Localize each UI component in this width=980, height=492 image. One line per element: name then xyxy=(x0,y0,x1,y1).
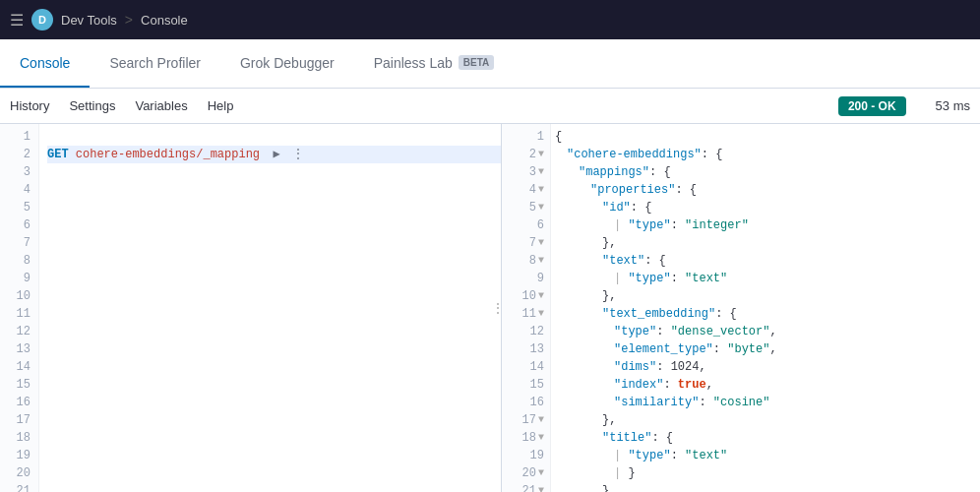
resp-line-num-20[interactable]: 20▼ xyxy=(502,464,550,482)
panel-resizer[interactable]: ⋮ xyxy=(495,124,501,492)
resp-line-2: "cohere-embeddings": { xyxy=(555,146,980,163)
resp-line-num-18[interactable]: 18▼ xyxy=(502,429,550,447)
resp-line-num-16: 16 xyxy=(502,394,550,411)
resp-line-num-13: 13 xyxy=(502,340,550,358)
resp-line-num-11[interactable]: 11▼ xyxy=(502,305,550,323)
editor-line-4 xyxy=(47,181,501,199)
resp-line-num-8[interactable]: 8▼ xyxy=(502,252,550,270)
line-num-8: 8 xyxy=(0,252,38,270)
resp-line-20: | } xyxy=(555,464,980,482)
line-num-14: 14 xyxy=(0,358,38,376)
line-num-18: 18 xyxy=(0,429,38,447)
response-lines: 1 2▼ 3▼ 4▼ 5▼ 6 7▼ 8▼ 9 10▼ 11▼ 12 13 14… xyxy=(502,124,980,492)
editor-line-3 xyxy=(47,163,501,181)
resp-line-12: "type": "dense_vector", xyxy=(555,323,980,340)
resp-line-5: "id": { xyxy=(555,199,980,216)
resp-line-15: "index": true, xyxy=(555,376,980,394)
editor-line-16 xyxy=(47,394,501,411)
resp-line-num-4[interactable]: 4▼ xyxy=(502,181,550,199)
help-button[interactable]: Help xyxy=(208,98,234,113)
app-label: Dev Tools xyxy=(61,13,117,28)
resp-line-num-14: 14 xyxy=(502,358,550,376)
history-button[interactable]: History xyxy=(10,98,49,113)
resp-line-18: "title": { xyxy=(555,429,980,447)
beta-badge: BETA xyxy=(459,55,494,70)
tab-search-profiler[interactable]: Search Profiler xyxy=(90,39,220,88)
settings-button[interactable]: Settings xyxy=(69,98,115,113)
line-num-12: 12 xyxy=(0,323,38,340)
editor-panel: 1 2 3 4 5 6 7 8 9 10 11 12 13 14 15 16 1… xyxy=(0,124,502,492)
breadcrumb-separator: > xyxy=(125,12,133,28)
resp-line-num-10[interactable]: 10▼ xyxy=(502,287,550,305)
editor-line-7 xyxy=(47,234,501,252)
editor-line-10 xyxy=(47,287,501,305)
editor-line-numbers: 1 2 3 4 5 6 7 8 9 10 11 12 13 14 15 16 1… xyxy=(0,124,39,492)
http-method: GET xyxy=(47,146,69,163)
line-num-3: 3 xyxy=(0,163,38,181)
resp-line-num-15: 15 xyxy=(502,376,550,394)
resp-line-num-9: 9 xyxy=(502,270,550,287)
line-num-6: 6 xyxy=(0,216,38,234)
top-bar: ☰ D Dev Tools > Console xyxy=(0,0,980,39)
line-num-20: 20 xyxy=(0,464,38,482)
resp-line-num-7[interactable]: 7▼ xyxy=(502,234,550,252)
line-num-1: 1 xyxy=(0,128,38,146)
line-num-17: 17 xyxy=(0,411,38,429)
resp-line-6: | "type": "integer" xyxy=(555,216,980,234)
variables-button[interactable]: Variables xyxy=(135,98,187,113)
editor-line-5 xyxy=(47,199,501,216)
more-actions-button[interactable]: ⋮ xyxy=(289,146,307,163)
line-num-21: 21 xyxy=(0,482,38,492)
editor-line-11 xyxy=(47,305,501,323)
resp-line-1: { xyxy=(555,128,980,146)
line-num-2: 2 xyxy=(0,146,38,163)
editor-line-14 xyxy=(47,358,501,376)
nav-tabs: Console Search Profiler Grok Debugger Pa… xyxy=(0,39,980,89)
resp-line-num-2[interactable]: 2▼ xyxy=(502,146,550,163)
resp-line-11: "text_embedding": { xyxy=(555,305,980,323)
resp-line-num-1: 1 xyxy=(502,128,550,146)
line-num-7: 7 xyxy=(0,234,38,252)
resp-line-num-5[interactable]: 5▼ xyxy=(502,199,550,216)
editor-line-1 xyxy=(47,128,501,146)
page-label: Console xyxy=(141,13,188,28)
resp-line-num-19: 19 xyxy=(502,447,550,464)
resp-line-10: }, xyxy=(555,287,980,305)
line-num-9: 9 xyxy=(0,270,38,287)
line-num-19: 19 xyxy=(0,447,38,464)
main-content: 1 2 3 4 5 6 7 8 9 10 11 12 13 14 15 16 1… xyxy=(0,124,980,492)
editor-line-6 xyxy=(47,216,501,234)
resp-line-num-6: 6 xyxy=(502,216,550,234)
resp-line-21: } xyxy=(555,482,980,492)
editor-content[interactable]: GET cohere-embeddings/_mapping ▶ ⋮ xyxy=(39,124,501,492)
editor-line-2[interactable]: GET cohere-embeddings/_mapping ▶ ⋮ xyxy=(47,146,501,163)
editor-line-21 xyxy=(47,482,501,492)
editor-line-17 xyxy=(47,411,501,429)
status-badge: 200 - OK xyxy=(838,96,906,116)
menu-icon[interactable]: ☰ xyxy=(10,11,24,30)
resp-line-num-17[interactable]: 17▼ xyxy=(502,411,550,429)
resp-line-num-12: 12 xyxy=(502,323,550,340)
resp-line-9: | "type": "text" xyxy=(555,270,980,287)
editor-lines: 1 2 3 4 5 6 7 8 9 10 11 12 13 14 15 16 1… xyxy=(0,124,501,492)
resp-line-7: }, xyxy=(555,234,980,252)
line-num-11: 11 xyxy=(0,305,38,323)
resp-line-13: "element_type": "byte", xyxy=(555,340,980,358)
line-num-5: 5 xyxy=(0,199,38,216)
tab-console[interactable]: Console xyxy=(0,39,90,88)
line-num-15: 15 xyxy=(0,376,38,394)
resp-line-num-21[interactable]: 21▼ xyxy=(502,482,550,492)
editor-line-13 xyxy=(47,340,501,358)
run-button[interactable]: ▶ xyxy=(268,146,285,163)
line-num-10: 10 xyxy=(0,287,38,305)
resp-line-4: "properties": { xyxy=(555,181,980,199)
editor-line-18 xyxy=(47,429,501,447)
tab-grok-debugger[interactable]: Grok Debugger xyxy=(220,39,354,88)
resp-line-num-3[interactable]: 3▼ xyxy=(502,163,550,181)
tab-painless-lab[interactable]: Painless Lab BETA xyxy=(354,39,515,88)
sub-toolbar: History Settings Variables Help 200 - OK… xyxy=(0,89,980,124)
line-num-4: 4 xyxy=(0,181,38,199)
editor-line-8 xyxy=(47,252,501,270)
editor-line-9 xyxy=(47,270,501,287)
time-badge: 53 ms xyxy=(936,98,970,113)
